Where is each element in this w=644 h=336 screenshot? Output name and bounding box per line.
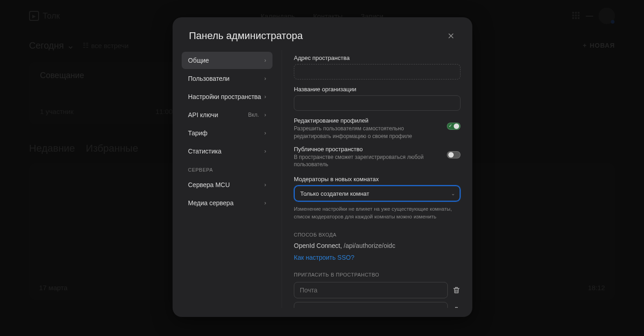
login-type: OpenId Connect, /api/authorize/oidc bbox=[294, 242, 461, 249]
chevron-right-icon: › bbox=[264, 94, 266, 100]
sidebar-item-tariff[interactable]: Тариф › bbox=[182, 124, 272, 142]
sidebar-item-label: Пользователи bbox=[188, 75, 229, 82]
profile-edit-row: Редактирование профилей Разрешить пользо… bbox=[294, 117, 461, 140]
public-space-toggle[interactable] bbox=[447, 151, 461, 158]
modal-sidebar: Общие › Пользователи › Настройки простра… bbox=[173, 50, 282, 308]
invite-email-input[interactable] bbox=[294, 282, 448, 298]
chevron-right-icon: › bbox=[264, 182, 266, 188]
moderators-label: Модераторы в новых комнатах bbox=[294, 176, 461, 183]
trash-icon[interactable] bbox=[452, 306, 461, 308]
moderators-value: Только создатели комнат bbox=[300, 190, 369, 197]
admin-panel-modal: Панель администратора Общие › Пользовате… bbox=[173, 17, 472, 317]
space-address-label: Адрес пространства bbox=[294, 54, 461, 61]
sidebar-item-label: Статистика bbox=[188, 148, 222, 155]
public-space-title: Публичное пространство bbox=[294, 146, 442, 153]
sidebar-item-media-servers[interactable]: Медиа сервера › bbox=[182, 194, 272, 212]
moderators-select[interactable]: Только создатели комнат ⌄ bbox=[294, 185, 461, 202]
sidebar-item-mcu-servers[interactable]: Сервера MCU › bbox=[182, 176, 272, 193]
check-icon: ✓ bbox=[449, 124, 452, 128]
invite-section: ПРИГЛАСИТЬ В ПРОСТРАНСТВО bbox=[294, 272, 461, 277]
profile-edit-toggle[interactable]: ✓ bbox=[447, 123, 461, 130]
public-space-row: Публичное пространство В пространстве см… bbox=[294, 146, 461, 169]
modal-title: Панель администратора bbox=[189, 30, 303, 42]
sidebar-item-label: Тариф bbox=[188, 129, 208, 137]
chevron-down-icon: ⌄ bbox=[451, 191, 455, 197]
sidebar-item-label: Общие bbox=[188, 57, 209, 64]
login-method-section: СПОСОБ ВХОДА bbox=[294, 232, 461, 237]
sidebar-section-servers: СЕРВЕРА bbox=[182, 167, 272, 173]
chevron-right-icon: › bbox=[264, 148, 266, 154]
sidebar-item-label: Медиа сервера bbox=[188, 199, 233, 207]
invite-domain-input[interactable] bbox=[294, 302, 448, 308]
sidebar-item-label: API ключи bbox=[188, 111, 218, 119]
space-address-input[interactable] bbox=[294, 64, 461, 79]
public-space-desc: В пространстве сможет зарегистрироваться… bbox=[294, 153, 442, 169]
chevron-right-icon: › bbox=[264, 75, 266, 82]
sso-help-link[interactable]: Как настроить SSO? bbox=[294, 254, 461, 261]
chevron-right-icon: › bbox=[264, 112, 266, 118]
sidebar-item-space-settings[interactable]: Настройки пространства › bbox=[182, 88, 272, 105]
sidebar-item-label: Сервера MCU bbox=[188, 181, 230, 188]
sidebar-item-label: Настройки пространства bbox=[188, 93, 261, 100]
chevron-right-icon: › bbox=[264, 130, 266, 136]
sidebar-item-general[interactable]: Общие › bbox=[182, 52, 272, 69]
chevron-right-icon: › bbox=[264, 200, 266, 206]
profile-edit-desc: Разрешить пользователям самостоятельно р… bbox=[294, 125, 442, 140]
sidebar-item-statistics[interactable]: Статистика › bbox=[182, 143, 272, 160]
trash-icon[interactable] bbox=[452, 286, 461, 294]
sidebar-item-hint: Вкл. bbox=[248, 112, 259, 118]
profile-edit-title: Редактирование профилей bbox=[294, 117, 442, 124]
sidebar-item-api-keys[interactable]: API ключи Вкл. › bbox=[182, 106, 272, 124]
close-icon bbox=[447, 32, 455, 40]
chevron-right-icon: › bbox=[264, 57, 266, 64]
modal-content: Адрес пространства Название организации … bbox=[282, 50, 472, 308]
sidebar-item-users[interactable]: Пользователи › bbox=[182, 70, 272, 87]
close-button[interactable] bbox=[446, 31, 456, 41]
org-name-label: Название организации bbox=[294, 86, 461, 93]
moderators-hint: Изменение настройки не влияет на уже сущ… bbox=[294, 205, 461, 221]
org-name-input[interactable] bbox=[294, 95, 461, 111]
